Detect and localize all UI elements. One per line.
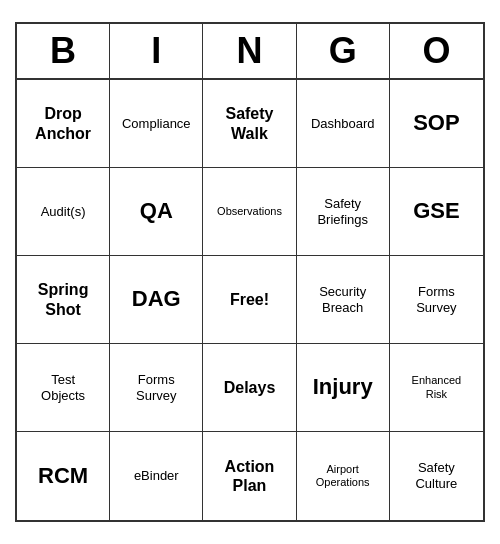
cell-text: AirportOperations [316,463,370,489]
cell-text: GSE [413,198,459,224]
bingo-cell: DAG [110,256,203,344]
cell-text: Compliance [122,116,191,132]
cell-text: eBinder [134,468,179,484]
header-letter: O [390,24,483,78]
header-letter: N [203,24,296,78]
bingo-cell: Free! [203,256,296,344]
bingo-cell: SpringShot [17,256,110,344]
bingo-cell: Injury [297,344,390,432]
bingo-card: BINGO DropAnchorComplianceSafetyWalkDash… [15,22,485,522]
cell-text: FormsSurvey [136,372,176,403]
cell-text: DAG [132,286,181,312]
cell-text: SpringShot [38,280,89,318]
bingo-cell: Dashboard [297,80,390,168]
header-letter: G [297,24,390,78]
cell-text: Free! [230,290,269,309]
bingo-cell: SafetyCulture [390,432,483,520]
bingo-header: BINGO [17,24,483,80]
bingo-cell: GSE [390,168,483,256]
cell-text: Audit(s) [41,204,86,220]
bingo-cell: Observations [203,168,296,256]
cell-text: FormsSurvey [416,284,456,315]
cell-text: ActionPlan [225,457,275,495]
bingo-cell: AirportOperations [297,432,390,520]
cell-text: SOP [413,110,459,136]
cell-text: Injury [313,374,373,400]
bingo-cell: DropAnchor [17,80,110,168]
cell-text: DropAnchor [35,104,91,142]
header-letter: I [110,24,203,78]
bingo-cell: Delays [203,344,296,432]
bingo-cell: TestObjects [17,344,110,432]
header-letter: B [17,24,110,78]
cell-text: SafetyCulture [415,460,457,491]
bingo-grid: DropAnchorComplianceSafetyWalkDashboardS… [17,80,483,520]
bingo-cell: SOP [390,80,483,168]
cell-text: Delays [224,378,276,397]
bingo-cell: SafetyWalk [203,80,296,168]
cell-text: SafetyWalk [225,104,273,142]
bingo-cell: QA [110,168,203,256]
cell-text: RCM [38,463,88,489]
bingo-cell: eBinder [110,432,203,520]
cell-text: EnhancedRisk [412,374,462,400]
bingo-cell: EnhancedRisk [390,344,483,432]
cell-text: SafetyBriefings [317,196,368,227]
bingo-cell: SafetyBriefings [297,168,390,256]
cell-text: QA [140,198,173,224]
bingo-cell: FormsSurvey [110,344,203,432]
bingo-cell: SecurityBreach [297,256,390,344]
bingo-cell: Audit(s) [17,168,110,256]
cell-text: Dashboard [311,116,375,132]
bingo-cell: RCM [17,432,110,520]
bingo-cell: FormsSurvey [390,256,483,344]
cell-text: SecurityBreach [319,284,366,315]
bingo-cell: ActionPlan [203,432,296,520]
cell-text: Observations [217,205,282,218]
bingo-cell: Compliance [110,80,203,168]
cell-text: TestObjects [41,372,85,403]
